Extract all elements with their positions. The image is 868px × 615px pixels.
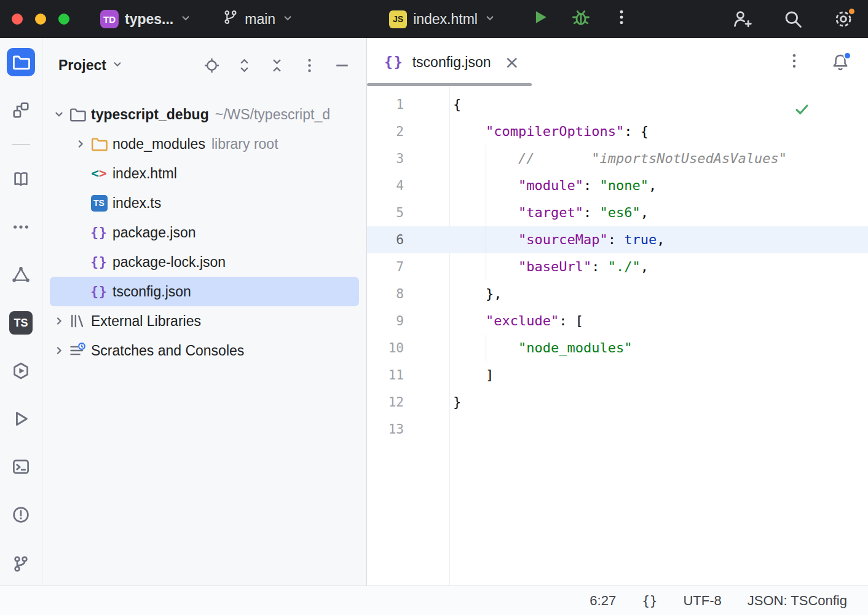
run-icon — [12, 410, 30, 428]
code-line-8[interactable]: 8 }, — [367, 280, 868, 308]
project-badge-icon: TD — [100, 10, 119, 28]
code-line-3[interactable]: 3 // "importsNotUsedAsValues" — [367, 145, 868, 172]
project-widget[interactable]: TD types... — [100, 10, 192, 28]
branch-name: main — [245, 11, 275, 28]
tree-item-hint: ~/WS/typescript_d — [215, 106, 330, 123]
inspections-ok-button[interactable] — [794, 101, 810, 120]
code-line-12[interactable]: 12} — [367, 389, 868, 416]
structure-icon — [12, 101, 30, 119]
tree-item-package-lock-json[interactable]: {}package-lock.json — [50, 247, 359, 277]
tree-item-hint: library root — [211, 136, 278, 153]
chevron-right-icon[interactable] — [50, 343, 68, 358]
run-button[interactable] — [528, 7, 553, 31]
debug-button[interactable] — [569, 7, 593, 31]
tool-run-button[interactable] — [7, 405, 35, 433]
code-line-2[interactable]: 2 "compilerOptions": { — [367, 118, 868, 145]
chevron-down-icon — [111, 57, 124, 74]
code-line-5[interactable]: 5 "target": "es6", — [367, 199, 868, 226]
tool-project-button[interactable] — [7, 48, 35, 76]
code-line-6[interactable]: 6 "sourceMap": true, — [367, 226, 868, 253]
line-number[interactable]: 5 — [367, 199, 404, 226]
expand-all-button[interactable] — [236, 57, 253, 74]
chevron-right-icon[interactable] — [71, 137, 90, 151]
code-with-me-button[interactable] — [733, 9, 752, 29]
code-editor[interactable]: 1{2 "compilerOptions": {3 // "importsNot… — [367, 86, 868, 585]
line-number[interactable]: 12 — [367, 389, 404, 416]
hide-panel-button[interactable] — [334, 57, 350, 74]
code-line-1[interactable]: 1{ — [367, 91, 868, 118]
line-number[interactable]: 11 — [367, 362, 404, 389]
editor-tab-bar: {} tsconfig.json × — [367, 38, 868, 86]
code-line-11[interactable]: 11 ] — [367, 362, 868, 389]
editor-options-button[interactable] — [786, 52, 803, 72]
tree-item-typescript-debug[interactable]: typescript_debug~/WS/typescript_d — [50, 100, 359, 129]
ide-window: TD types... main JS index.html — [0, 0, 868, 615]
line-number[interactable]: 2 — [367, 118, 404, 145]
tree-item-index-html[interactable]: <>index.html — [50, 159, 359, 188]
tool-problems-button[interactable] — [7, 501, 35, 529]
run-configuration-widget[interactable]: JS index.html — [389, 10, 496, 28]
close-window-button[interactable] — [12, 14, 23, 25]
more-actions-button[interactable] — [609, 7, 634, 31]
tool-more-button[interactable] — [7, 213, 35, 241]
indent-style-widget[interactable]: {} — [642, 593, 657, 608]
encoding-widget[interactable]: UTF-8 — [683, 593, 721, 609]
line-number[interactable]: 10 — [367, 335, 404, 362]
tree-item-package-json[interactable]: {}package.json — [50, 218, 359, 247]
tool-graphql-button[interactable] — [7, 261, 35, 289]
tree-item-external-libraries[interactable]: External Libraries — [50, 306, 359, 336]
chevron-down-icon — [180, 11, 192, 28]
line-number[interactable]: 9 — [367, 308, 404, 335]
chevron-down-icon[interactable] — [50, 107, 68, 122]
search-everywhere-button[interactable] — [783, 9, 803, 29]
tab-tsconfig-json[interactable]: {} tsconfig.json × — [367, 38, 532, 86]
run-configuration-name: index.html — [413, 11, 478, 28]
kebab-menu-icon — [613, 9, 630, 30]
code-line-9[interactable]: 9 "exclude": [ — [367, 308, 868, 335]
code-line-content: // "importsNotUsedAsValues" — [404, 145, 787, 172]
line-number[interactable]: 4 — [367, 172, 404, 199]
close-tab-button[interactable]: × — [505, 54, 519, 71]
tree-item-index-ts[interactable]: TSindex.ts — [50, 188, 359, 218]
tree-item-tsconfig-json[interactable]: {}tsconfig.json — [50, 277, 359, 306]
minimize-window-button[interactable] — [35, 14, 46, 25]
zoom-window-button[interactable] — [58, 14, 69, 25]
tool-bookmarks-button[interactable] — [7, 165, 35, 193]
line-number[interactable]: 7 — [367, 253, 404, 280]
tree-item-node-modules[interactable]: node_moduleslibrary root — [50, 129, 359, 159]
line-number[interactable]: 13 — [367, 416, 404, 443]
add-user-icon — [733, 9, 752, 29]
line-number[interactable]: 3 — [367, 145, 404, 172]
git-branch-widget[interactable]: main — [223, 9, 294, 29]
project-view-selector[interactable]: Project — [58, 57, 124, 74]
code-line-7[interactable]: 7 "baseUrl": "./", — [367, 253, 868, 280]
tool-version-control-button[interactable] — [7, 550, 35, 578]
tree-item-scratches-and-consoles[interactable]: Scratches and Consoles — [50, 336, 359, 365]
line-number[interactable]: 8 — [367, 280, 404, 308]
chevron-right-icon[interactable] — [50, 314, 68, 328]
locate-file-button[interactable] — [203, 57, 220, 74]
line-number[interactable]: 6 — [367, 226, 404, 253]
code-line-13[interactable]: 13 — [367, 416, 868, 443]
folder-icon — [12, 53, 30, 71]
code-line-content: "target": "es6", — [404, 199, 649, 226]
filetype-widget[interactable]: JSON: TSConfig — [748, 593, 847, 609]
tool-typescript-button[interactable]: TS — [7, 309, 35, 337]
notifications-button[interactable] — [831, 53, 850, 71]
tool-services-button[interactable] — [7, 357, 35, 385]
locate-icon — [203, 57, 220, 74]
run-icon — [531, 8, 550, 30]
chevron-down-icon — [282, 11, 294, 28]
panel-options-button[interactable] — [301, 57, 318, 74]
code-line-10[interactable]: 10 "node_modules" — [367, 335, 868, 362]
bug-icon — [571, 7, 591, 31]
tool-terminal-button[interactable] — [7, 453, 35, 481]
line-number[interactable]: 1 — [367, 91, 404, 118]
ts-icon: TS — [90, 195, 108, 212]
caret-position-widget[interactable]: 6:27 — [590, 593, 616, 609]
tool-structure-button[interactable] — [7, 96, 35, 124]
settings-button[interactable] — [834, 9, 853, 29]
notification-dot — [843, 52, 851, 60]
code-line-4[interactable]: 4 "module": "none", — [367, 172, 868, 199]
collapse-all-button[interactable] — [269, 57, 285, 74]
